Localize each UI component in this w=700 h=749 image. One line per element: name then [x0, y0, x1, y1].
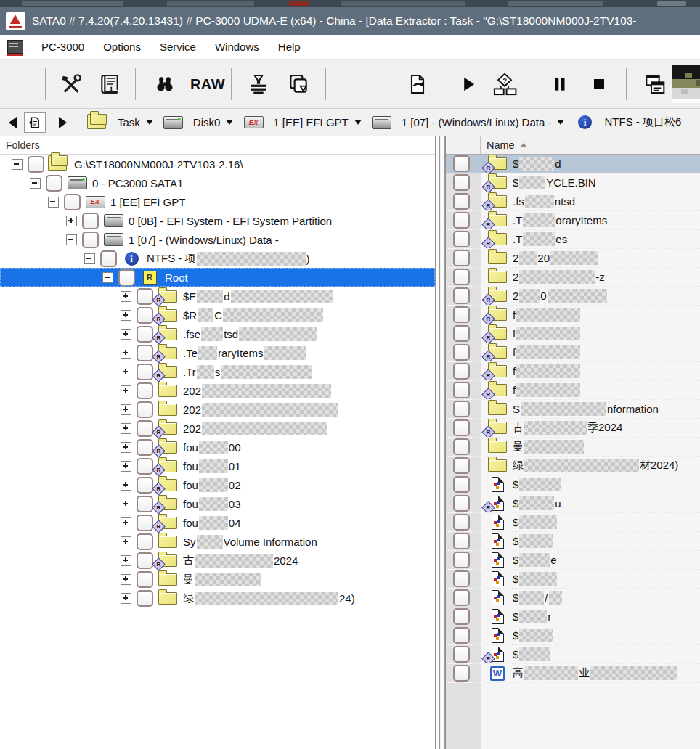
checkbox[interactable]: [46, 175, 62, 192]
menu-options[interactable]: Options: [94, 36, 150, 57]
breadcrumb-item-disk0[interactable]: Disk0: [163, 115, 234, 131]
checkbox[interactable]: [137, 552, 153, 569]
checkbox[interactable]: [453, 419, 470, 436]
breadcrumb-item-data-partition[interactable]: 1 [07] - (Windows/Linux) Data -: [371, 115, 565, 131]
checkbox[interactable]: [453, 457, 470, 474]
checkbox[interactable]: [453, 155, 470, 172]
start-button[interactable]: [452, 67, 485, 101]
checkbox[interactable]: [82, 232, 99, 248]
expand-icon[interactable]: [121, 291, 131, 302]
menu-service[interactable]: Service: [150, 36, 205, 57]
list-row[interactable]: $e: [446, 551, 700, 570]
checkbox[interactable]: [453, 608, 470, 625]
tree-row[interactable]: Rfou02: [0, 475, 435, 494]
expand-icon[interactable]: [121, 536, 131, 547]
checkbox[interactable]: [453, 306, 470, 323]
tree-row[interactable]: R$Ed: [0, 287, 435, 306]
expand-icon[interactable]: [121, 574, 131, 585]
decision-map-button[interactable]: ?: [488, 67, 521, 101]
checkbox[interactable]: [453, 250, 470, 266]
history-doc-button[interactable]: [24, 112, 46, 133]
checkbox[interactable]: [137, 515, 153, 531]
list-row[interactable]: R20: [446, 287, 700, 306]
raw-search-button[interactable]: RAW: [187, 67, 228, 101]
checkbox[interactable]: [453, 665, 470, 682]
collapse-icon[interactable]: [84, 253, 95, 264]
checkbox[interactable]: [137, 590, 153, 607]
find-button[interactable]: [148, 67, 182, 101]
tree-row[interactable]: G:\ST18000NM000J-2TV103-2.16\: [0, 155, 435, 173]
report-button[interactable]: i: [93, 67, 126, 101]
tree-row[interactable]: 曼: [0, 570, 435, 589]
cascade-windows-button[interactable]: [638, 67, 671, 101]
list-row[interactable]: Rf: [446, 306, 700, 324]
collapse-icon[interactable]: [12, 159, 23, 170]
checkbox[interactable]: [453, 325, 470, 342]
panel-splitter[interactable]: [436, 136, 445, 749]
list-row[interactable]: $: [446, 532, 700, 551]
export-doc-button[interactable]: [401, 67, 434, 101]
menu-windows[interactable]: Windows: [205, 36, 269, 57]
list-row[interactable]: W高业: [446, 664, 700, 683]
tree-row[interactable]: R.TeraryItems: [0, 343, 435, 362]
tree-row[interactable]: Rfou04: [0, 513, 435, 532]
checkbox[interactable]: [453, 193, 470, 210]
tree-row[interactable]: 202: [0, 381, 435, 400]
checkbox[interactable]: [453, 514, 470, 531]
tree-row[interactable]: R古2024: [0, 551, 435, 570]
tree-row[interactable]: Rfou03: [0, 494, 435, 513]
checkbox[interactable]: [82, 213, 99, 229]
list-row[interactable]: R$d: [446, 155, 700, 173]
tree-row[interactable]: 绿24): [0, 589, 435, 607]
list-row[interactable]: Rf: [446, 324, 700, 343]
collapse-icon[interactable]: [48, 197, 59, 208]
checkbox[interactable]: [453, 401, 470, 417]
stop-button[interactable]: [582, 67, 616, 101]
checkbox[interactable]: [453, 589, 470, 606]
checkbox[interactable]: [453, 344, 470, 361]
tree-row[interactable]: R.fsetsd: [0, 324, 435, 343]
checkbox[interactable]: [453, 363, 470, 380]
checkbox[interactable]: [137, 382, 153, 399]
list-row[interactable]: $: [446, 475, 700, 494]
apply-filter-button[interactable]: [242, 67, 275, 101]
list-row[interactable]: R.fsntsd: [446, 192, 700, 211]
expand-icon[interactable]: [121, 555, 131, 566]
tree-row[interactable]: Sy Volume Information: [0, 532, 435, 551]
tree-row[interactable]: EX1 [EE] EFI GPT: [0, 192, 435, 211]
tree-row[interactable]: R202: [0, 419, 435, 438]
list-row[interactable]: $/: [446, 589, 700, 607]
list-row[interactable]: $: [446, 513, 700, 532]
checkbox[interactable]: [453, 646, 470, 663]
expand-icon[interactable]: [66, 216, 77, 226]
menu-help[interactable]: Help: [269, 36, 310, 57]
checkbox[interactable]: [453, 570, 470, 587]
tree-row[interactable]: 0 - PC3000 SATA1: [0, 173, 435, 192]
list-row[interactable]: 220: [446, 249, 700, 268]
list-row[interactable]: $: [446, 570, 700, 589]
tree-row[interactable]: 202: [0, 400, 435, 419]
tree-row[interactable]: iNTFS - 项): [0, 249, 435, 268]
list-row[interactable]: $r: [446, 607, 700, 626]
expand-icon[interactable]: [121, 423, 131, 434]
expand-icon[interactable]: [121, 499, 131, 509]
checkbox[interactable]: [453, 495, 470, 512]
checkbox[interactable]: [118, 269, 135, 286]
list-row[interactable]: R$: [446, 645, 700, 664]
list-row[interactable]: Rf: [446, 362, 700, 381]
tree-row[interactable]: 1 [07] - (Windows/Linux) Data -: [0, 230, 435, 249]
expand-icon[interactable]: [121, 593, 131, 604]
list-row[interactable]: 曼: [446, 438, 700, 457]
checkbox[interactable]: [453, 533, 470, 549]
list-row[interactable]: R.Tes: [446, 230, 700, 249]
list-row[interactable]: R$u: [446, 494, 700, 513]
name-column-header[interactable]: Name: [481, 136, 700, 154]
checkbox[interactable]: [137, 420, 153, 437]
tree-row[interactable]: Rfou00: [0, 438, 435, 457]
expand-icon[interactable]: [121, 348, 131, 359]
checkbox[interactable]: [137, 439, 153, 456]
checkbox[interactable]: [137, 477, 153, 494]
collapse-icon[interactable]: [66, 234, 77, 245]
expand-icon[interactable]: [121, 404, 131, 415]
expand-icon[interactable]: [121, 329, 131, 340]
